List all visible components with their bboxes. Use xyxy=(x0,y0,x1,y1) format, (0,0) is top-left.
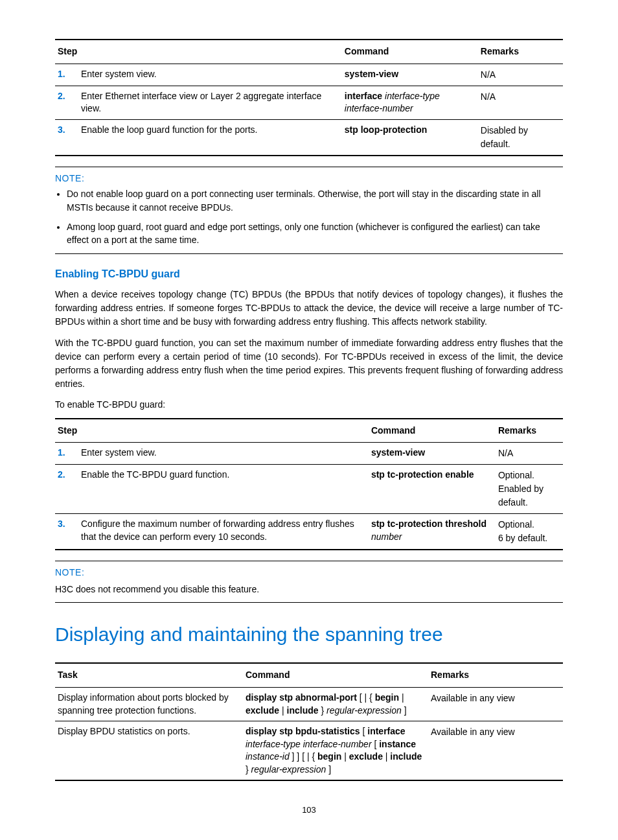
command-text: system-view xyxy=(369,443,496,465)
task-text: Display BPDU statistics on ports. xyxy=(55,721,243,781)
table-row: 3.Enable the loop guard function for the… xyxy=(55,119,563,156)
task-text: Display information about ports blocked … xyxy=(55,687,243,721)
note-label: NOTE: xyxy=(55,172,563,185)
table-row: 2.Enable the TC-BPDU guard function.stp … xyxy=(55,465,563,514)
note-list: Do not enable loop guard on a port conne… xyxy=(67,187,563,246)
subheading-tc-bpdu-guard: Enabling TC-BPDU guard xyxy=(55,267,563,281)
step-text: Enter Ethernet interface view or Layer 2… xyxy=(78,86,342,119)
table-row: Display information about ports blocked … xyxy=(55,687,563,721)
paragraph-lead: To enable TC-BPDU guard: xyxy=(55,399,563,412)
header-remarks: Remarks xyxy=(496,419,563,443)
header-command: Command xyxy=(342,40,478,64)
note-label: NOTE: xyxy=(55,566,563,579)
command-text: system-view xyxy=(342,64,478,86)
step-number: 2. xyxy=(55,465,78,514)
remarks-text: N/A xyxy=(496,443,563,465)
remarks-text: Disabled by default. xyxy=(478,119,563,156)
note-item: Among loop guard, root guard and edge po… xyxy=(67,220,563,247)
step-text: Enable the TC-BPDU guard function. xyxy=(78,465,369,514)
note-item: Do not enable loop guard on a port conne… xyxy=(67,187,563,214)
step-number: 1. xyxy=(55,443,78,465)
step-text: Enter system view. xyxy=(78,64,342,86)
step-number: 3. xyxy=(55,119,78,156)
page-number: 103 xyxy=(55,804,563,816)
header-task: Task xyxy=(55,663,243,687)
note-tc-bpdu: NOTE: H3C does not recommend you disable… xyxy=(55,561,563,603)
table-row: 3.Configure the maximum number of forwar… xyxy=(55,514,563,550)
remarks-text: Available in any view xyxy=(428,687,563,721)
remarks-text: Available in any view xyxy=(428,721,563,781)
step-number: 3. xyxy=(55,514,78,550)
section-heading: Displaying and maintaining the spanning … xyxy=(55,621,563,648)
paragraph: When a device receives topology change (… xyxy=(55,288,563,329)
remarks-text: Optional.6 by default. xyxy=(496,514,563,550)
remarks-text: N/A xyxy=(478,64,563,86)
command-text: stp tc-protection threshold number xyxy=(369,514,496,550)
note-loop-guard: NOTE: Do not enable loop guard on a port… xyxy=(55,167,563,254)
command-text: stp loop-protection xyxy=(342,119,478,156)
display-commands-table: Task Command Remarks Display information… xyxy=(55,662,563,781)
header-command: Command xyxy=(243,663,428,687)
table-row: 1.Enter system view.system-viewN/A xyxy=(55,443,563,465)
command-text: interface interface-type interface-numbe… xyxy=(342,86,478,119)
table-row: 1.Enter system view.system-viewN/A xyxy=(55,64,563,86)
table-row: 2.Enter Ethernet interface view or Layer… xyxy=(55,86,563,119)
header-remarks: Remarks xyxy=(428,663,563,687)
command-text: stp tc-protection enable xyxy=(369,465,496,514)
step-number: 2. xyxy=(55,86,78,119)
step-text: Enter system view. xyxy=(78,443,369,465)
command-text: display stp bpdu-statistics [ interface … xyxy=(243,721,428,781)
step-text: Configure the maximum number of forwardi… xyxy=(78,514,369,550)
loop-guard-table: Step Command Remarks 1.Enter system view… xyxy=(55,39,563,156)
command-text: display stp abnormal-port [ | { begin | … xyxy=(243,687,428,721)
remarks-text: Optional.Enabled by default. xyxy=(496,465,563,514)
step-number: 1. xyxy=(55,64,78,86)
tc-bpdu-guard-table: Step Command Remarks 1.Enter system view… xyxy=(55,418,563,551)
table-row: Display BPDU statistics on ports.display… xyxy=(55,721,563,781)
note-body: H3C does not recommend you disable this … xyxy=(55,583,563,596)
header-step: Step xyxy=(55,419,369,443)
paragraph: With the TC-BPDU guard function, you can… xyxy=(55,336,563,391)
header-command: Command xyxy=(369,419,496,443)
header-remarks: Remarks xyxy=(478,40,563,64)
remarks-text: N/A xyxy=(478,86,563,119)
header-step: Step xyxy=(55,40,342,64)
step-text: Enable the loop guard function for the p… xyxy=(78,119,342,156)
